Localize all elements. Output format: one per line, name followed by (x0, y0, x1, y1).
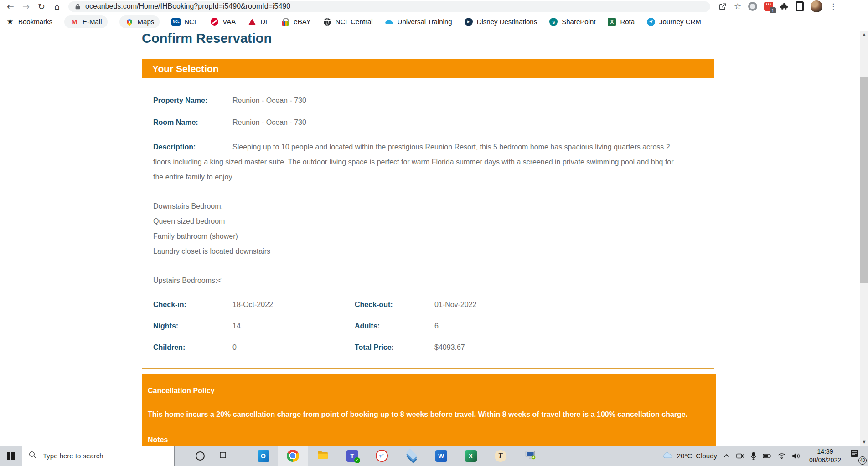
home-icon[interactable]: ⌂ (49, 0, 65, 12)
start-button[interactable] (0, 446, 22, 466)
bookmark-label: Journey CRM (659, 18, 701, 26)
tray-chevron-icon[interactable] (723, 452, 730, 460)
summary-row: Check-in: 18-Oct-2022 Check-out: 01-Nov-… (153, 300, 703, 309)
bookmark-disney-destinations[interactable]: Disney Destinations (464, 17, 537, 26)
page-content: Confirm Reservation Your Selection Prope… (0, 31, 868, 446)
taskbar-app-teams[interactable]: ✓ (337, 446, 367, 466)
scrollbar-thumb[interactable] (860, 77, 868, 283)
address-bar[interactable]: oceanbeds.com/Home/IHBooking?propId=i549… (68, 1, 710, 12)
search-input[interactable] (42, 451, 158, 460)
detail-line: Upstairs Bedrooms:< (153, 273, 703, 288)
extension-icon-1[interactable] (748, 2, 757, 11)
star-icon: ★ (5, 17, 15, 26)
lock-icon (75, 4, 81, 10)
bookmark-bookmarks[interactable]: ★ Bookmarks (5, 17, 52, 26)
taskbar-clock[interactable]: 14:39 08/06/2022 (806, 447, 844, 464)
field-label: Check-out: (355, 300, 434, 309)
bookmarks-bar: ★ Bookmarks E-Mail Maps NCL VAA DL eBAY (0, 13, 868, 31)
detail-line: Queen sized bedroom (153, 214, 703, 229)
taskbar-app-t[interactable] (486, 446, 515, 466)
bookmark-universal-training[interactable]: Universal Training (385, 17, 452, 26)
ebay-bag-icon (281, 17, 290, 26)
share-icon[interactable] (718, 2, 727, 11)
play-circle-icon (464, 17, 473, 26)
bookmark-ncl-central[interactable]: NCL Central (323, 17, 373, 26)
field-value: 6 (434, 322, 439, 331)
scrollbar-down-icon[interactable]: ▼ (860, 440, 868, 444)
summary-row: Nights: 14 Adults: 6 (153, 322, 703, 331)
taskbar-app-excel[interactable] (456, 446, 486, 466)
outlook-icon (258, 450, 269, 462)
room-name-row: Room Name: Reunion - Ocean - 730 (153, 118, 703, 127)
screen: ← → ↻ ⌂ oceanbeds.com/Home/IHBooking?pro… (0, 0, 868, 466)
taskbar-app-explorer[interactable] (308, 446, 337, 466)
teams-status-check: ✓ (354, 457, 360, 463)
bookmark-label: E-Mail (83, 18, 102, 26)
cortana-button[interactable] (188, 446, 212, 466)
taskbar-app-outlook[interactable] (248, 446, 278, 466)
back-icon[interactable]: ← (3, 0, 18, 12)
sidebar-icon[interactable] (796, 1, 804, 11)
taskbar-app-word[interactable] (426, 446, 456, 466)
action-center-button[interactable]: 40 (850, 448, 866, 464)
action-center-icon (850, 449, 858, 457)
layers-app-icon (405, 450, 418, 462)
bookmark-dl[interactable]: DL (248, 17, 269, 26)
menu-dots-icon[interactable]: ⋮ (829, 3, 837, 10)
field-value: 14 (232, 322, 241, 331)
field-label: Nights: (153, 322, 232, 331)
total-price-cell: Total Price: $4093.67 (355, 343, 465, 352)
excel-icon (607, 17, 616, 26)
extension-dots: ••• (766, 2, 771, 6)
check-in-cell: Check-in: 18-Oct-2022 (153, 300, 355, 309)
extension-icon-2[interactable]: ••• 1 (764, 2, 773, 11)
bookmark-rota[interactable]: Rota (607, 17, 635, 26)
volume-icon[interactable] (792, 453, 800, 459)
windows-logo-icon (7, 452, 15, 460)
profile-avatar[interactable] (811, 0, 822, 12)
clock-time: 14:39 (806, 447, 844, 456)
vertical-scrollbar[interactable]: ▲ ▼ (860, 31, 868, 446)
microphone-icon[interactable] (750, 452, 757, 460)
t-app-icon (495, 450, 506, 462)
bookmark-star-icon[interactable]: ☆ (734, 2, 741, 10)
extensions-puzzle-icon[interactable] (780, 2, 789, 11)
panel-header: Your Selection (142, 59, 714, 78)
field-label: Description: (153, 139, 232, 154)
bookmark-label: NCL Central (336, 18, 373, 26)
snipping-tool-icon (374, 448, 390, 464)
taskbar-app-layers[interactable] (397, 446, 426, 466)
weather-widget[interactable]: 20°C Cloudy (662, 451, 717, 461)
scrollbar-up-icon[interactable]: ▲ (860, 32, 868, 36)
bookmark-sharepoint[interactable]: SharePoint (549, 17, 595, 26)
bookmark-label: SharePoint (562, 18, 595, 26)
field-value: Reunion - Ocean - 730 (232, 96, 306, 105)
meet-now-camera-icon[interactable] (736, 453, 744, 459)
bookmark-label: Rota (620, 18, 635, 26)
taskbar-right: 20°C Cloudy 14:39 (662, 446, 868, 466)
bookmark-maps[interactable]: Maps (119, 15, 160, 28)
bookmark-journey-crm[interactable]: Journey CRM (646, 17, 701, 26)
task-view-button[interactable] (212, 446, 236, 466)
battery-icon[interactable] (763, 453, 772, 459)
taskbar-app-remote-desktop[interactable] (515, 446, 545, 466)
wifi-icon[interactable] (778, 453, 786, 459)
property-name-row: Property Name: Reunion - Ocean - 730 (153, 96, 703, 105)
bookmark-label: NCL (184, 18, 198, 26)
maps-pin-icon (125, 17, 134, 26)
cancellation-body: This home incurs a 20% cancellation char… (148, 410, 707, 419)
taskbar-app-snipping-tool[interactable] (367, 446, 397, 466)
taskbar-app-chrome[interactable] (278, 446, 308, 466)
bookmark-ncl[interactable]: NCL (171, 17, 198, 26)
cancellation-title: Cancellation Policy (148, 386, 707, 395)
field-value: 18-Oct-2022 (232, 300, 273, 309)
forward-icon[interactable]: → (18, 0, 34, 12)
bookmark-ebay[interactable]: eBAY (281, 17, 310, 26)
sharepoint-icon (549, 17, 558, 26)
bookmark-vaa[interactable]: VAA (210, 17, 236, 26)
bookmark-email[interactable]: E-Mail (64, 15, 108, 28)
refresh-icon[interactable]: ↻ (34, 0, 49, 12)
panel-title: Your Selection (142, 63, 218, 74)
taskbar-search[interactable] (22, 446, 175, 466)
cancellation-policy-panel: Cancellation Policy This home incurs a 2… (142, 374, 716, 446)
